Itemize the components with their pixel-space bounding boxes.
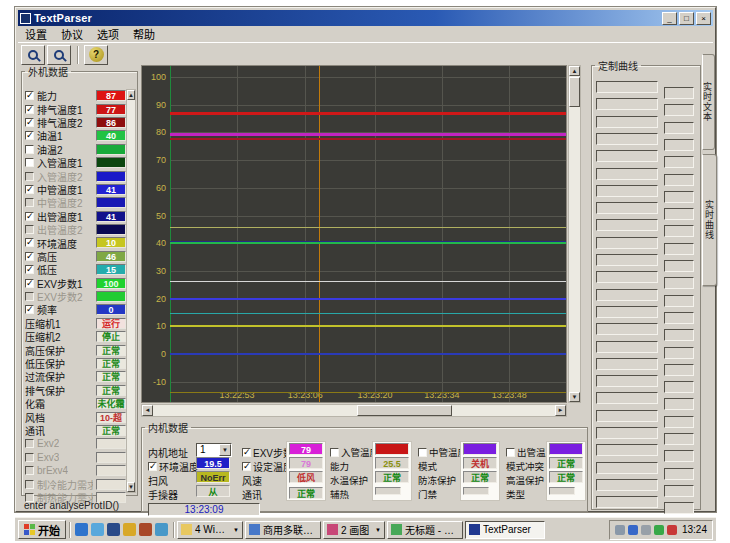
mail-icon[interactable] xyxy=(91,523,104,536)
curve-slot[interactable] xyxy=(664,381,694,393)
curve-slot[interactable] xyxy=(664,364,694,376)
curve-slot[interactable] xyxy=(664,208,694,220)
row-checkbox[interactable]: ✓ xyxy=(25,118,34,127)
curve-slot[interactable] xyxy=(664,433,694,445)
curve-slot[interactable] xyxy=(664,312,694,324)
task-button-2[interactable]: 商用多联第... xyxy=(245,521,321,539)
curve-slot[interactable] xyxy=(664,468,694,480)
task-button-1[interactable]: 4 Windows...▼ xyxy=(177,521,243,539)
curve-slot[interactable] xyxy=(664,295,694,307)
side-tab-1[interactable]: 实时文本 xyxy=(702,54,715,150)
curve-slot[interactable] xyxy=(596,237,658,249)
chart-vscrollbar[interactable]: ▲ ▼ xyxy=(568,65,581,403)
curve-slot[interactable] xyxy=(664,450,694,462)
row-checkbox[interactable] xyxy=(25,172,34,181)
help-button[interactable]: ? xyxy=(84,45,108,65)
row-checkbox[interactable] xyxy=(25,439,34,448)
printer-icon[interactable] xyxy=(615,525,625,535)
curve-slot[interactable] xyxy=(664,87,694,99)
antivirus-icon[interactable] xyxy=(654,525,664,535)
curve-slot[interactable] xyxy=(596,271,658,283)
folder-quick-icon[interactable] xyxy=(139,523,152,536)
curve-slot[interactable] xyxy=(596,410,658,422)
curve-slot[interactable] xyxy=(664,225,694,237)
curve-slot[interactable] xyxy=(664,416,694,428)
ime-icon[interactable] xyxy=(667,525,677,535)
scroll-right-icon[interactable]: ► xyxy=(555,405,566,416)
scroll-down-icon[interactable]: ▼ xyxy=(569,392,580,402)
row-checkbox[interactable]: ✓ xyxy=(25,185,34,194)
row-checkbox[interactable]: ✓ xyxy=(25,212,34,221)
menu-item-3[interactable]: 选项 xyxy=(90,25,126,43)
curve-slot[interactable] xyxy=(664,277,694,289)
curve-slot[interactable] xyxy=(664,122,694,134)
curve-slot[interactable] xyxy=(596,462,658,474)
messenger-tray-icon[interactable] xyxy=(628,525,638,535)
vscroll-thumb[interactable] xyxy=(569,77,580,107)
scroll-left-icon[interactable]: ◄ xyxy=(142,405,153,416)
row-checkbox[interactable]: ✓ xyxy=(25,252,34,261)
curve-slot[interactable] xyxy=(664,156,694,168)
scroll-down-icon[interactable]: ▼ xyxy=(127,482,135,492)
row-checkbox[interactable]: ✓ xyxy=(25,238,34,247)
curve-slot[interactable] xyxy=(596,254,658,266)
row-checkbox[interactable]: ✓ xyxy=(25,279,34,288)
zoom-out-button[interactable] xyxy=(47,45,71,65)
curve-slot[interactable] xyxy=(596,341,658,353)
curve-slot[interactable] xyxy=(664,139,694,151)
curve-slot[interactable] xyxy=(596,289,658,301)
menu-item-4[interactable]: 帮助 xyxy=(126,25,162,43)
curve-slot[interactable] xyxy=(596,444,658,456)
side-tab-2[interactable]: 实时曲线 xyxy=(702,154,717,286)
volume-icon[interactable] xyxy=(641,525,651,535)
chart-hscrollbar[interactable]: ◄ ► xyxy=(141,404,567,417)
curve-slot[interactable] xyxy=(596,306,658,318)
curve-slot[interactable] xyxy=(664,485,694,497)
curve-slot[interactable] xyxy=(596,358,658,370)
row-checkbox[interactable] xyxy=(25,480,34,489)
task-button-4[interactable]: 无标题 - C... xyxy=(387,521,463,539)
row-checkbox[interactable] xyxy=(25,466,34,475)
minimize-button[interactable]: _ xyxy=(662,12,677,25)
row-checkbox[interactable] xyxy=(25,198,34,207)
curve-slot[interactable] xyxy=(596,150,658,162)
curve-slot[interactable] xyxy=(596,479,658,491)
curve-slot[interactable] xyxy=(664,260,694,272)
curve-slot[interactable] xyxy=(664,104,694,116)
row-checkbox[interactable] xyxy=(25,158,34,167)
show-desktop-icon[interactable] xyxy=(107,523,120,536)
row-checkbox[interactable] xyxy=(25,225,34,234)
maximize-button[interactable]: □ xyxy=(679,12,694,25)
ie-icon[interactable] xyxy=(75,523,88,536)
curve-slot[interactable] xyxy=(596,219,658,231)
curve-slot[interactable] xyxy=(664,347,694,359)
curve-slot[interactable] xyxy=(596,133,658,145)
plot-area[interactable]: 1009080706050403020100-1013:22:5313:23:0… xyxy=(141,65,567,403)
curve-slot[interactable] xyxy=(596,168,658,180)
curve-slot[interactable] xyxy=(596,202,658,214)
curve-slot[interactable] xyxy=(596,185,658,197)
media-player-icon[interactable] xyxy=(155,523,168,536)
menu-item-1[interactable]: 设置 xyxy=(18,25,54,43)
indoor-checkbox[interactable]: ✓ xyxy=(148,462,157,471)
scroll-up-icon[interactable]: ▲ xyxy=(127,90,135,100)
zoom-in-button[interactable] xyxy=(21,45,45,65)
row-checkbox[interactable]: ✓ xyxy=(25,131,34,140)
indoor-checkbox[interactable] xyxy=(418,448,427,457)
task-button-5[interactable]: TextParser xyxy=(465,521,545,539)
curve-slot[interactable] xyxy=(664,174,694,186)
curve-slot[interactable] xyxy=(596,116,658,128)
row-checkbox[interactable]: ✓ xyxy=(25,265,34,274)
messenger-icon[interactable] xyxy=(123,523,136,536)
row-checkbox[interactable] xyxy=(25,292,34,301)
row-checkbox[interactable] xyxy=(25,145,34,154)
left-scrollbar[interactable]: ▲ ▼ xyxy=(126,89,136,493)
curve-slot[interactable] xyxy=(664,398,694,410)
row-checkbox[interactable]: ✓ xyxy=(25,91,34,100)
indoor-checkbox[interactable] xyxy=(330,448,339,457)
curve-slot[interactable] xyxy=(596,375,658,387)
indoor-address-select[interactable]: 1▼ xyxy=(196,443,232,457)
row-checkbox[interactable]: ✓ xyxy=(25,305,34,314)
menu-item-2[interactable]: 协议 xyxy=(54,25,90,43)
curve-slot[interactable] xyxy=(664,243,694,255)
